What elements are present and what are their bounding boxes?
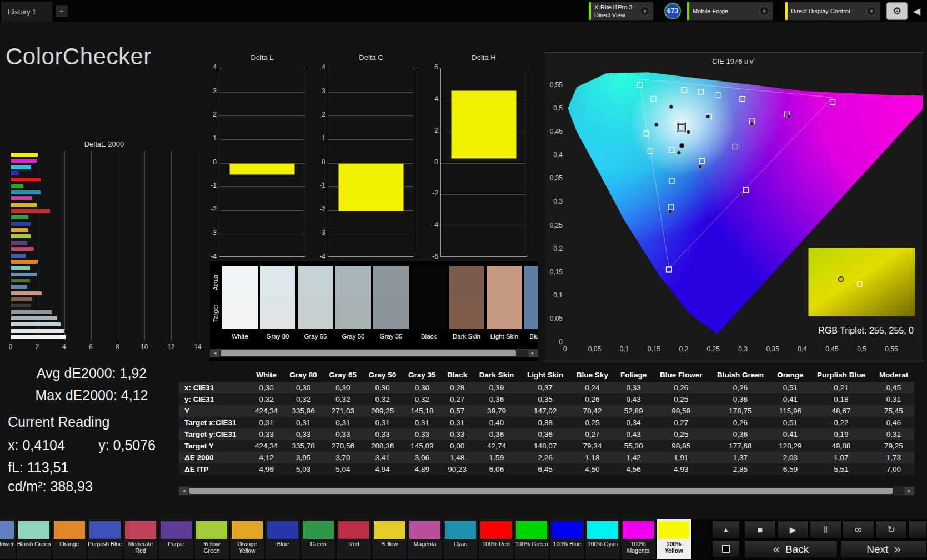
table-cell: 98,59 — [653, 405, 709, 417]
scroll-right-icon[interactable]: ► — [528, 350, 537, 357]
deltae2000-x-axis: 02468101214 — [11, 343, 198, 351]
patch-button-label: 100% Green — [514, 539, 549, 547]
table-cell: 0,38 — [520, 417, 570, 428]
settings-button[interactable]: ⚙ — [886, 2, 908, 20]
svg-text:0,25: 0,25 — [707, 345, 720, 353]
patch-column: Gray 80 — [260, 266, 295, 340]
new-tab-button[interactable]: + — [56, 5, 68, 17]
patch-button-label: 100% Yellow — [657, 539, 691, 554]
back-button[interactable]: « Back — [744, 540, 838, 558]
loop-button[interactable]: ↻ — [875, 521, 907, 539]
table-cell: 0,00 — [442, 440, 473, 452]
scrollbar-thumb[interactable] — [221, 350, 516, 356]
source-status-accent — [687, 2, 689, 20]
actual-swatch — [487, 266, 522, 297]
chevron-down-icon[interactable]: ▼ — [866, 6, 876, 16]
patch-button-label: Yellow Green — [194, 539, 229, 554]
y-tick-label: 4 — [424, 95, 438, 103]
patch-button[interactable]: 100% Yellow — [657, 519, 691, 559]
patch-button[interactable]: Yellow — [372, 519, 407, 559]
patch-button[interactable]: 100% Blue — [550, 519, 584, 559]
deltae-bar — [11, 203, 37, 207]
next-button[interactable]: Next » — [840, 540, 927, 558]
svg-text:0,15: 0,15 — [648, 345, 661, 353]
source-selector[interactable]: Mobile Forge ▼ — [687, 2, 773, 21]
current-fl-value: fL: 113,51 — [8, 460, 68, 476]
column-header: Foliage — [614, 369, 653, 382]
table-cell: 0,43 — [614, 393, 653, 405]
scrollbar-thumb[interactable] — [189, 488, 893, 494]
chevron-down-icon[interactable]: ▼ — [640, 6, 650, 16]
patch-button[interactable]: Yellow Green — [194, 519, 229, 559]
patch-button[interactable]: Moderate Red — [123, 519, 158, 559]
gridline — [64, 151, 65, 340]
chevron-down-icon[interactable]: ▼ — [759, 6, 769, 16]
scroll-right-icon[interactable]: ► — [905, 487, 914, 495]
patch-button[interactable]: Purplish Blue — [88, 519, 122, 559]
svg-text:0: 0 — [563, 345, 567, 353]
deltae-bar — [11, 196, 32, 200]
table-cell: 0,19 — [809, 428, 873, 440]
y-tick-label: -3 — [202, 229, 217, 236]
swatch-scrollbar[interactable]: ◄ ► — [210, 349, 538, 357]
patch-button[interactable]: Cyan — [443, 519, 478, 559]
source-name: Mobile Forge — [693, 7, 755, 15]
svg-text:0,3: 0,3 — [553, 198, 563, 205]
svg-text:0: 0 — [559, 338, 563, 346]
svg-text:0,05: 0,05 — [588, 345, 602, 353]
patch-button[interactable]: Blue — [265, 519, 300, 559]
pattern-window-button[interactable] — [712, 540, 740, 558]
table-cell: 4,94 — [363, 463, 402, 475]
table-cell: 0,32 — [283, 393, 323, 405]
table-cell: 0,18 — [809, 393, 873, 405]
play-button[interactable]: ▶ — [777, 521, 809, 539]
target-swatch — [524, 297, 538, 329]
patch-button[interactable]: Green — [301, 519, 335, 559]
table-row: Y424,34335,96271,03209,25145,180,5739,79… — [179, 405, 914, 417]
table-scrollbar[interactable]: ◄ ► — [179, 487, 914, 495]
patch-button[interactable]: Purple — [159, 519, 193, 559]
patch-button[interactable]: Magenta — [408, 519, 442, 559]
gridline — [144, 151, 145, 340]
delta-plot — [440, 68, 527, 257]
toolbar-up-button[interactable]: ▲ — [712, 521, 740, 538]
svg-text:0,05: 0,05 — [550, 315, 563, 322]
patch-button[interactable]: Bluish Green — [17, 519, 51, 559]
svg-text:0,15: 0,15 — [550, 268, 563, 276]
scroll-left-icon[interactable]: ◄ — [179, 487, 188, 495]
patch-button-label: 100% Blue — [550, 539, 584, 547]
stop-button[interactable]: ■ — [744, 521, 776, 539]
table-cell: 0,30 — [283, 382, 323, 393]
patch-button[interactable]: Orange — [52, 519, 87, 559]
patch-button[interactable]: 100% Cyan — [585, 519, 620, 559]
patch-column: White — [222, 266, 258, 340]
actual-swatch — [260, 266, 295, 297]
table-cell: 2,85 — [709, 463, 771, 475]
patch-button[interactable]: Blue Flower — [0, 519, 16, 559]
measurement-count-badge[interactable]: 673 — [664, 3, 681, 19]
patch-color-swatch — [445, 521, 476, 539]
table-cell: 0,45 — [873, 382, 914, 393]
patch-color-swatch — [54, 521, 85, 539]
collapse-panel-icon[interactable]: ◀ — [913, 6, 920, 17]
y-tick-label: -2 — [311, 205, 325, 213]
gridline — [441, 194, 527, 195]
table-cell: 1,73 — [873, 452, 914, 463]
patch-button[interactable]: 100% Red — [479, 519, 513, 559]
gridline — [328, 92, 414, 93]
tab-history-1[interactable]: History 1 — [1, 2, 52, 22]
patch-button[interactable]: 100% Magenta — [621, 519, 655, 559]
meter-selector[interactable]: X-Rite i1Pro 3 Direct View ▼ — [588, 2, 654, 21]
display-control-selector[interactable]: Direct Display Control ▼ — [785, 2, 880, 21]
patch-button[interactable]: Red — [337, 519, 371, 559]
patch-button[interactable]: Orange Yellow — [230, 519, 264, 559]
continuous-measure-button[interactable]: ∞ — [843, 521, 874, 539]
patch-button[interactable]: 100% Green — [514, 519, 549, 559]
transport-extra-button[interactable] — [908, 521, 927, 539]
scroll-left-icon[interactable]: ◄ — [211, 350, 219, 357]
next-label: Next — [866, 543, 888, 556]
table-cell: 0,26 — [570, 393, 614, 405]
patch-button-label: 100% Red — [479, 539, 513, 547]
y-tick-label: 4 — [311, 63, 325, 71]
pause-button[interactable]: ‖ — [810, 521, 841, 539]
